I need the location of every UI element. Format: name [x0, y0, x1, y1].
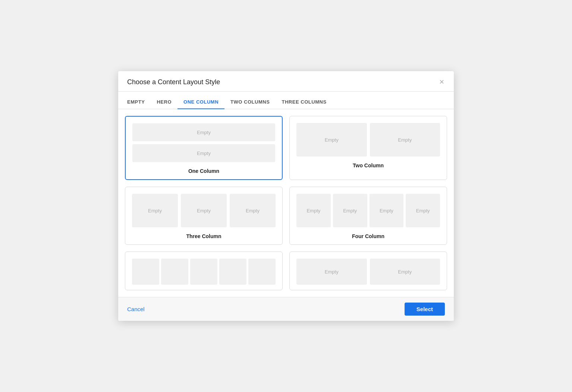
layout-card-two-column[interactable]: Empty Empty Two Column: [289, 116, 447, 180]
layout-card-one-column[interactable]: Empty Empty One Column: [125, 116, 283, 180]
five-col-preview: [132, 259, 276, 285]
layout-card-four-column[interactable]: Empty Empty Empty Empty Four Column: [289, 187, 447, 245]
one-col-block-2: Empty: [132, 144, 275, 162]
three-col-block-2: Empty: [181, 194, 227, 227]
one-col-preview: Empty Empty: [132, 123, 275, 162]
three-col-block-1: Empty: [132, 194, 178, 227]
layouts-grid: Empty Empty One Column Empty Empty: [125, 116, 447, 297]
layout-card-five-column[interactable]: [125, 252, 283, 290]
three-col-label: Three Column: [186, 233, 221, 239]
tab-three-columns[interactable]: THREE COLUMNS: [276, 96, 332, 109]
four-col-preview: Empty Empty Empty Empty: [296, 194, 440, 227]
five-col-block-1: [132, 259, 159, 285]
four-col-block-4: Empty: [406, 194, 440, 227]
layouts-content: Empty Empty One Column Empty Empty: [118, 109, 454, 297]
tab-one-column[interactable]: ONE COLUMN: [177, 96, 224, 109]
two-col-asym-preview: Empty Empty: [296, 259, 440, 285]
tab-two-columns[interactable]: TWO COLUMNS: [224, 96, 276, 109]
five-col-block-4: [219, 259, 246, 285]
four-col-label: Four Column: [352, 233, 384, 239]
two-col-preview: Empty Empty: [296, 123, 440, 157]
two-col-label: Two Column: [353, 162, 384, 168]
four-col-block-2: Empty: [333, 194, 367, 227]
four-col-block-3: Empty: [370, 194, 404, 227]
two-col-asym-block-2: Empty: [370, 259, 440, 285]
one-col-label: One Column: [188, 168, 219, 174]
dialog-header: Choose a Content Layout Style ×: [118, 71, 454, 92]
two-col-block-2: Empty: [370, 123, 440, 157]
dialog-title: Choose a Content Layout Style: [127, 78, 220, 86]
five-col-block-3: [190, 259, 217, 285]
content-layout-dialog: Choose a Content Layout Style × EMPTY HE…: [118, 71, 454, 321]
five-col-block-2: [161, 259, 188, 285]
tabs-bar: EMPTY HERO ONE COLUMN TWO COLUMNS THREE …: [118, 92, 454, 109]
three-col-preview: Empty Empty Empty: [132, 194, 276, 227]
layout-card-three-column[interactable]: Empty Empty Empty Three Column: [125, 187, 283, 245]
dialog-footer: Cancel Select: [118, 297, 454, 321]
three-col-block-3: Empty: [230, 194, 276, 227]
select-button[interactable]: Select: [405, 303, 445, 316]
two-col-block-1: Empty: [296, 123, 367, 157]
five-col-block-5: [248, 259, 276, 285]
one-col-block-1: Empty: [132, 123, 275, 141]
tab-hero[interactable]: HERO: [151, 96, 177, 109]
cancel-button[interactable]: Cancel: [127, 304, 145, 314]
four-col-block-1: Empty: [296, 194, 331, 227]
close-button[interactable]: ×: [439, 78, 445, 86]
layout-card-two-col-asym[interactable]: Empty Empty: [289, 252, 447, 290]
two-col-asym-block-1: Empty: [296, 259, 367, 285]
tab-empty[interactable]: EMPTY: [127, 96, 151, 109]
